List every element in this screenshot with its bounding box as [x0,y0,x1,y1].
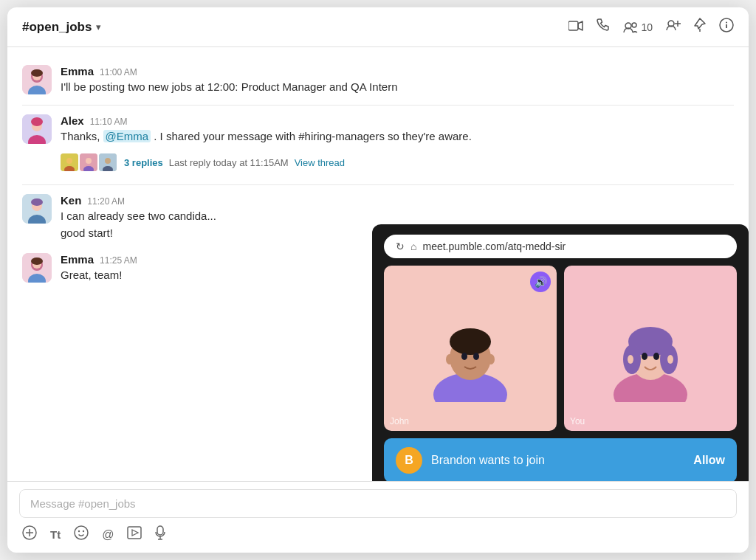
you-label: You [570,416,585,426]
john-label: John [390,416,409,426]
meet-url-bar: ↻ ⌂ meet.pumble.com/atq-medd-sir [384,235,737,258]
svg-point-43 [446,354,453,364]
svg-marker-1 [578,21,583,30]
video-call-icon[interactable] [568,19,583,35]
reply-time: Last reply today at 11:15AM [169,157,289,168]
avatar-ken [22,194,52,224]
audio-active-icon: 🔊 [530,272,551,292]
allow-button[interactable]: Allow [693,454,725,467]
svg-point-44 [487,354,495,364]
timestamp-msg1: 11:00 AM [100,67,137,77]
audio-message-icon[interactable] [155,525,165,544]
mention-icon[interactable]: @ [102,528,114,542]
sender-name-emma-2: Emma [61,253,94,266]
reply-avatars [61,153,118,171]
video-grid: 🔊 John [372,266,749,431]
member-count[interactable]: 10 [623,21,653,33]
home-icon[interactable]: ⌂ [410,241,416,252]
app-window: #open_jobs ▾ [7,7,749,553]
svg-point-52 [628,355,633,364]
svg-point-15 [31,69,43,77]
svg-rect-74 [157,526,163,535]
mention-emma[interactable]: @Emma [103,130,151,142]
sender-name-emma-1: Emma [61,65,94,77]
svg-point-41 [461,353,467,360]
svg-point-50 [642,353,647,360]
input-area: Message #open_jobs Tt @ [7,481,749,553]
svg-point-21 [66,158,72,164]
you-avatar-figure [564,266,737,431]
chat-area: Emma 11:00 AM I'll be posting two new jo… [7,47,749,481]
pin-icon[interactable] [694,18,706,36]
svg-point-42 [473,353,479,360]
svg-point-51 [653,353,659,360]
avatar-emma-1 [22,65,52,94]
message-alex: Alex 11:10 AM Thanks, @Emma . I shared y… [22,108,734,182]
channel-name: #open_jobs [22,20,92,35]
timestamp-msg2: 11:10 AM [90,117,128,127]
svg-marker-73 [132,530,138,536]
text-format-icon[interactable]: Tt [50,528,61,541]
reply-avatar-1 [61,153,78,171]
timestamp-msg4: 11:25 AM [100,255,137,266]
svg-point-3 [632,23,636,27]
message-content-1: Emma 11:00 AM I'll be posting two new jo… [61,65,734,96]
reply-avatar-2 [80,153,97,171]
message-emma-1: Emma 11:00 AM I'll be posting two new jo… [22,59,734,102]
john-avatar-figure [384,266,557,431]
message-content-2: Alex 11:10 AM Thanks, @Emma . I shared y… [61,114,734,176]
svg-point-71 [83,530,84,532]
message-input-placeholder: Message #open_jobs [30,497,136,510]
svg-point-24 [86,158,92,164]
svg-point-27 [105,158,111,164]
media-icon[interactable] [127,526,142,543]
avatar-alex [22,114,52,144]
meet-url[interactable]: meet.pumble.com/atq-medd-sir [422,241,725,252]
phone-icon[interactable] [597,18,610,35]
sender-name-alex: Alex [61,114,84,127]
header-actions: 10 [568,18,734,36]
message-text-1: I'll be posting two new jobs at 12:00: P… [61,79,734,96]
emoji-icon[interactable] [74,525,89,544]
video-tile-john: 🔊 John [384,266,557,431]
message-text-2: Thanks, @Emma . I shared your message wi… [61,128,734,145]
brandon-avatar: B [396,447,422,474]
message-header-1: Emma 11:00 AM [61,65,734,77]
add-attachment-icon[interactable] [22,525,37,544]
member-count-label: 10 [641,21,653,33]
svg-point-37 [31,257,43,265]
svg-point-40 [450,328,491,355]
message-header-2: Alex 11:10 AM [61,114,734,127]
chevron-down-icon[interactable]: ▾ [96,21,101,32]
reply-avatar-3 [99,153,117,171]
svg-rect-0 [568,21,578,30]
timestamp-msg3: 11:20 AM [87,196,125,207]
channel-title-area[interactable]: #open_jobs ▾ [22,20,101,35]
svg-point-19 [31,117,43,126]
info-icon[interactable] [719,18,734,36]
view-thread-link[interactable]: View thread [295,157,345,168]
svg-point-69 [75,526,88,539]
svg-point-70 [78,530,80,532]
message-header-3: Ken 11:20 AM [61,194,734,207]
sender-name-ken: Ken [61,194,81,207]
svg-point-32 [31,198,43,206]
video-tile-you: You [564,266,737,431]
thread-replies: 3 replies Last reply today at 11:15AM Vi… [61,149,734,176]
join-text: Brandon wants to join [431,454,684,467]
reply-count[interactable]: 3 replies [124,157,163,168]
input-toolbar: Tt @ [19,524,737,545]
reload-icon[interactable]: ↻ [396,241,405,252]
avatar-emma-2 [22,253,52,283]
join-notification: B Brandon wants to join Allow [384,438,737,481]
channel-header: #open_jobs ▾ [7,7,749,47]
svg-point-10 [726,22,727,24]
meet-overlay: ↻ ⌂ meet.pumble.com/atq-medd-sir [372,224,749,481]
add-member-icon[interactable] [666,19,681,35]
message-input[interactable]: Message #open_jobs [19,489,737,518]
svg-point-53 [667,355,673,364]
